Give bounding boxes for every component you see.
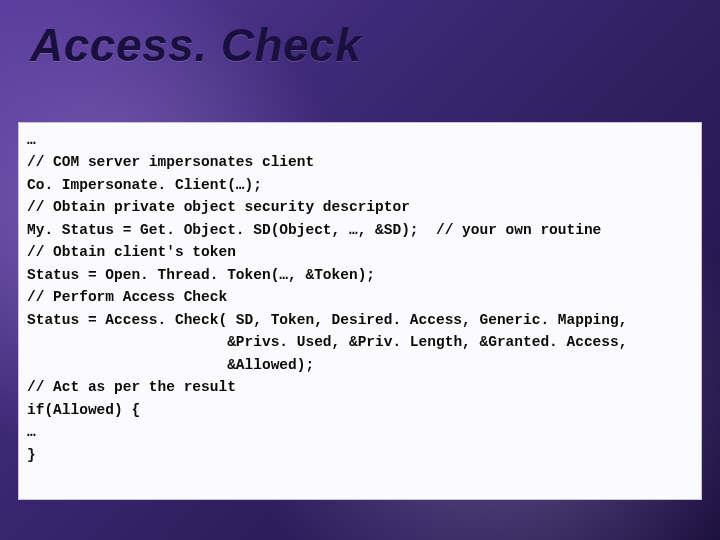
code-block-container: … // COM server impersonates client Co. …	[18, 122, 702, 500]
slide-title: Access. Check	[30, 18, 361, 72]
slide: Access. Check … // COM server impersonat…	[0, 0, 720, 540]
code-block: … // COM server impersonates client Co. …	[27, 129, 693, 466]
